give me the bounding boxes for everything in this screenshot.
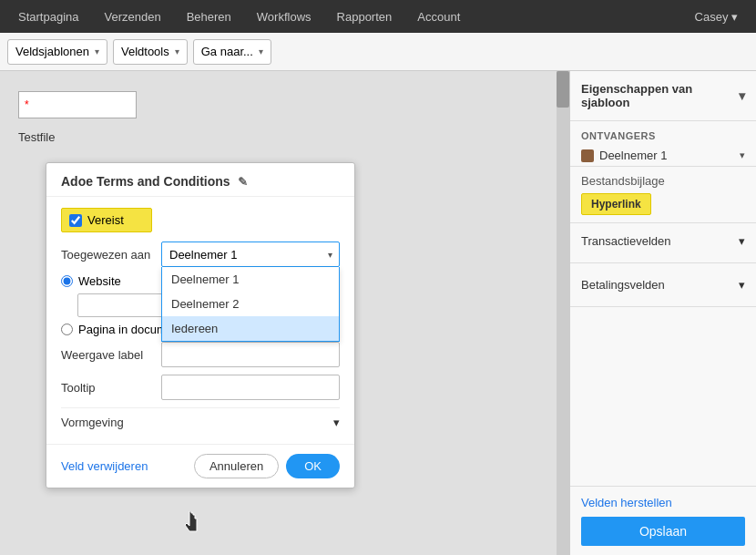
betalingsvelden-header[interactable]: Betalingsvelden ▾ [570,271,756,299]
tooltip-label: Tooltip [61,381,161,395]
nav-workflows[interactable]: Workflows [246,5,322,29]
nav-beheren[interactable]: Beheren [176,5,242,29]
right-panel-header: Eigenschappen van sjabloon ▾ [570,71,756,117]
transactievelden-chevron-icon: ▾ [739,234,745,248]
deelnemer1-expand-icon[interactable]: ▾ [740,149,745,161]
dialog-body: Vereist Toegewezen aan Deelnemer 1 ▾ Dee… [46,197,354,444]
divider-3 [570,306,756,307]
dialog-footer: Veld verwijderen Annuleren OK [46,444,354,488]
transactievelden-label: Transactievelden [581,234,671,248]
edit-icon[interactable]: ✎ [238,175,248,189]
user-menu[interactable]: Casey ▾ [684,5,749,29]
right-panel-title: Eigenschappen van sjabloon [581,82,739,109]
dropdown-option-deelnemer2[interactable]: Deelnemer 2 [162,292,339,316]
tooltip-row: Tooltip [61,375,340,400]
canvas-scrollbar[interactable] [557,71,569,555]
attachment-section: Bestandsbijlage Hyperlink [570,166,756,223]
dropdown-option-deelnemer1[interactable]: Deelnemer 1 [162,267,339,292]
toolbar: Veldsjablonen ▾ Veldtools ▾ Ga naar... ▾ [0,33,756,71]
annuleren-button[interactable]: Annuleren [194,454,279,478]
weergave-label-label: Weergave label [61,348,161,362]
deelnemer1-color-swatch [581,149,594,162]
dialog-title-bar: Adoe Terms and Conditions ✎ [46,163,354,197]
cursor-overlay [182,511,204,537]
opslaan-button[interactable]: Opslaan [581,517,745,546]
veldtools-label: Veldtools [121,45,169,58]
required-star: * [25,98,29,111]
panel-footer: Velden herstellen Opslaan [570,486,756,555]
website-radio-label: Website [78,274,121,288]
toegewezen-aan-label: Toegewezen aan [61,248,161,262]
nav-links: Startpagina Verzenden Beheren Workflows … [7,5,471,29]
transactievelden-header[interactable]: Transactievelden ▾ [570,227,756,255]
vereist-label: Vereist [87,213,124,227]
top-navigation: Startpagina Verzenden Beheren Workflows … [0,0,756,33]
bestandsbijlage-label: Bestandsbijlage [581,174,745,188]
veldsjablonen-arrow: ▾ [95,46,99,57]
toegewezen-aan-value: Deelnemer 1 [169,248,237,262]
testfile-label: Testfile [18,130,55,144]
dropdown-option-iedereen[interactable]: Iedereen [162,316,339,341]
toegewezen-aan-dropdown-container: Deelnemer 1 ▾ Deelnemer 1 Deelnemer 2 Ie… [161,242,340,267]
weergave-label-input[interactable] [161,342,340,367]
betalingsvelden-chevron-icon: ▾ [739,278,745,292]
veldtools-arrow: ▾ [175,46,179,57]
canvas-area: * Testfile Adoe Terms and Conditions ✎ V… [0,71,557,555]
right-panel-collapse-icon[interactable]: ▾ [739,88,745,103]
velden-herstellen-link[interactable]: Velden herstellen [581,496,745,509]
toegewezen-aan-select[interactable]: Deelnemer 1 [161,242,340,267]
veldsjablonen-dropdown[interactable]: Veldsjablonen ▾ [7,39,107,65]
dialog-action-buttons: Annuleren OK [194,454,340,478]
pagina-radio[interactable] [61,324,73,335]
transactievelden-section: Transactievelden ▾ [570,223,756,259]
ok-button[interactable]: OK [286,454,340,478]
website-radio[interactable] [61,275,73,287]
betalingsvelden-label: Betalingsvelden [581,278,665,292]
field-properties-dialog: Adoe Terms and Conditions ✎ Vereist Toeg… [46,162,355,488]
ontvangers-section-label: ONTVANGERS [570,125,756,145]
field-box: * [18,91,137,118]
weergave-label-row: Weergave label [61,342,340,367]
deelnemer1-row: Deelnemer 1 ▾ [570,145,756,166]
veldsjablonen-label: Veldsjablonen [15,45,89,58]
ga-naar-arrow: ▾ [259,46,263,57]
dropdown-options-list: Deelnemer 1 Deelnemer 2 Iedereen [161,267,340,342]
ga-naar-dropdown[interactable]: Ga naar... ▾ [193,39,271,65]
canvas-scroll-thumb[interactable] [557,71,569,108]
divider-2 [570,262,756,263]
nav-verzenden[interactable]: Verzenden [94,5,172,29]
right-panel: Eigenschappen van sjabloon ▾ ONTVANGERS … [569,71,756,555]
deelnemer1-label: Deelnemer 1 [599,149,667,162]
vereist-checkbox[interactable] [69,214,82,227]
vormgeving-label: Vormgeving [61,416,124,429]
betalingsvelden-section: Betalingsvelden ▾ [570,267,756,303]
hyperlink-badge: Hyperlink [581,193,651,215]
nav-account[interactable]: Account [406,5,471,29]
main-area: * Testfile Adoe Terms and Conditions ✎ V… [0,71,756,555]
tooltip-input[interactable] [161,375,340,400]
veldtools-dropdown[interactable]: Veldtools ▾ [113,39,188,65]
veld-verwijderen-button[interactable]: Veld verwijderen [61,459,148,473]
dialog-title-text: Adoe Terms and Conditions [61,174,230,189]
toegewezen-aan-row: Toegewezen aan Deelnemer 1 ▾ Deelnemer 1… [61,242,340,267]
vormgeving-chevron-icon: ▾ [333,416,340,429]
deelnemer1-name: Deelnemer 1 [581,149,667,162]
vereist-row: Vereist [61,208,152,232]
nav-rapporten[interactable]: Rapporten [326,5,404,29]
vormgeving-section[interactable]: Vormgeving ▾ [61,407,340,433]
nav-startpagina[interactable]: Startpagina [7,5,90,29]
divider-1 [570,120,756,121]
ga-naar-label: Ga naar... [201,45,253,58]
